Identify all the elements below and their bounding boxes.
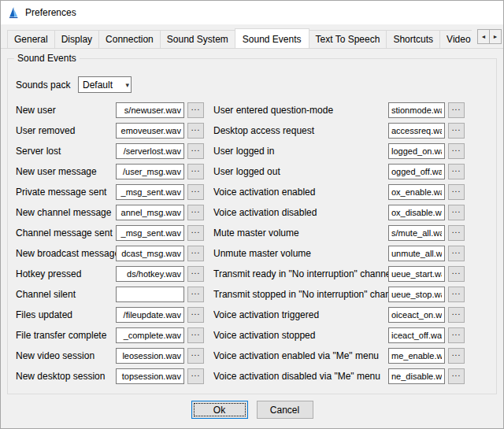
sound-event-row: User entered question-mode... [213, 102, 465, 118]
sounds-pack-dropdown[interactable]: Default ▾ [78, 76, 132, 93]
browse-button[interactable]: ... [187, 143, 204, 159]
browse-button[interactable]: ... [187, 246, 204, 261]
sound-file-input[interactable] [388, 143, 445, 159]
tab-page-sound-events: Sound Events Sounds pack Default ▾ New u… [1, 49, 503, 428]
sound-file-input[interactable] [388, 184, 445, 200]
sound-event-row: Channel message sent... [16, 225, 204, 241]
event-label: User entered question-mode [213, 105, 388, 116]
sound-file-input[interactable] [388, 266, 445, 282]
browse-button[interactable]: ... [448, 368, 465, 384]
title-bar: Preferences [1, 1, 503, 24]
tab-text-to-speech[interactable]: Text To Speech [309, 30, 387, 48]
event-label: Mute master volume [213, 227, 388, 239]
event-label: Unmute master volume [213, 248, 388, 259]
sound-file-input[interactable] [116, 368, 184, 384]
browse-button[interactable]: ... [448, 205, 465, 220]
ok-button[interactable]: Ok [191, 401, 248, 419]
sound-file-input[interactable] [116, 307, 184, 323]
browse-button[interactable]: ... [448, 164, 465, 179]
sound-event-row: Voice activation stopped... [213, 327, 465, 343]
sound-file-input[interactable] [116, 123, 184, 139]
cancel-button[interactable]: Cancel [257, 401, 313, 419]
sound-file-input[interactable] [388, 246, 445, 261]
sound-events-groupbox: Sound Events Sounds pack Default ▾ New u… [7, 58, 497, 394]
browse-button[interactable]: ... [187, 225, 204, 241]
tab-display[interactable]: Display [54, 30, 99, 48]
browse-button[interactable]: ... [448, 348, 465, 364]
event-label: Files updated [16, 309, 116, 320]
browse-button[interactable]: ... [187, 102, 204, 118]
sound-file-input[interactable] [388, 348, 445, 364]
dialog-buttons: Ok Cancel [7, 394, 497, 423]
sound-file-input[interactable] [116, 246, 184, 261]
browse-button[interactable]: ... [187, 327, 204, 343]
tab-scroll-left-icon[interactable]: ◄ [477, 29, 490, 44]
browse-button[interactable]: ... [448, 143, 465, 159]
sound-event-row: Voice activation enabled via "Me" menu..… [213, 348, 465, 364]
sound-file-input[interactable] [116, 348, 184, 364]
event-label: Transmit ready in "No interruption" chan… [213, 268, 388, 279]
chevron-down-icon: ▾ [125, 81, 129, 89]
sound-events-grid: New user...User removed...Server lost...… [16, 102, 488, 389]
sound-file-input[interactable] [116, 205, 184, 220]
browse-button[interactable]: ... [187, 368, 204, 384]
event-label: Server lost [16, 146, 116, 157]
sound-event-row: Mute master volume... [213, 225, 465, 241]
browse-button[interactable]: ... [448, 307, 465, 323]
sound-file-input[interactable] [388, 205, 445, 220]
browse-button[interactable]: ... [187, 164, 204, 179]
sound-file-input[interactable] [388, 327, 445, 343]
sound-file-input[interactable] [116, 225, 184, 241]
tab-sound-events[interactable]: Sound Events [235, 28, 309, 48]
tab-shortcuts[interactable]: Shortcuts [386, 30, 440, 48]
tab-general[interactable]: General [7, 30, 55, 48]
sound-file-input[interactable] [116, 287, 184, 302]
tab-video[interactable]: Video [439, 30, 472, 48]
sound-file-input[interactable] [116, 164, 184, 179]
sound-file-input[interactable] [116, 266, 184, 282]
browse-button[interactable]: ... [448, 327, 465, 343]
event-label: User logged out [213, 166, 388, 177]
browse-button[interactable]: ... [187, 266, 204, 282]
browse-button[interactable]: ... [448, 225, 465, 241]
sound-file-input[interactable] [388, 102, 445, 118]
sound-event-row: New user message... [16, 164, 204, 179]
sound-file-input[interactable] [116, 102, 184, 118]
event-label: User removed [16, 125, 116, 136]
sound-file-input[interactable] [388, 164, 445, 179]
browse-button[interactable]: ... [187, 205, 204, 220]
tab-scroller: ◄ ► [478, 29, 502, 44]
event-label: New video session [16, 350, 116, 361]
browse-button[interactable]: ... [448, 184, 465, 200]
event-label: New user message [16, 166, 116, 177]
sound-file-input[interactable] [116, 184, 184, 200]
tab-connection[interactable]: Connection [98, 30, 161, 48]
sound-file-input[interactable] [116, 143, 184, 159]
sound-event-row: Desktop access request... [213, 123, 465, 139]
browse-button[interactable]: ... [448, 266, 465, 282]
left-column: New user...User removed...Server lost...… [16, 102, 204, 389]
tab-scroll-right-icon[interactable]: ► [489, 29, 502, 44]
sound-file-input[interactable] [388, 287, 445, 302]
browse-button[interactable]: ... [187, 348, 204, 364]
event-label: Voice activation disabled [213, 207, 388, 218]
tab-sound-system[interactable]: Sound System [160, 30, 235, 48]
browse-button[interactable]: ... [448, 123, 465, 139]
event-label: Voice activation stopped [213, 330, 388, 341]
browse-button[interactable]: ... [448, 287, 465, 302]
sound-file-input[interactable] [116, 327, 184, 343]
sound-event-row: New video session... [16, 348, 204, 364]
sound-file-input[interactable] [388, 123, 445, 139]
sound-file-input[interactable] [388, 368, 445, 384]
event-label: Hotkey pressed [16, 268, 116, 279]
browse-button[interactable]: ... [187, 307, 204, 323]
browse-button[interactable]: ... [448, 246, 465, 261]
browse-button[interactable]: ... [187, 184, 204, 200]
browse-button[interactable]: ... [187, 287, 204, 302]
sound-file-input[interactable] [388, 307, 445, 323]
sound-file-input[interactable] [388, 225, 445, 241]
browse-button[interactable]: ... [448, 102, 465, 118]
browse-button[interactable]: ... [187, 123, 204, 139]
event-label: New desktop session [16, 371, 116, 382]
sound-event-row: Private message sent... [16, 184, 204, 200]
